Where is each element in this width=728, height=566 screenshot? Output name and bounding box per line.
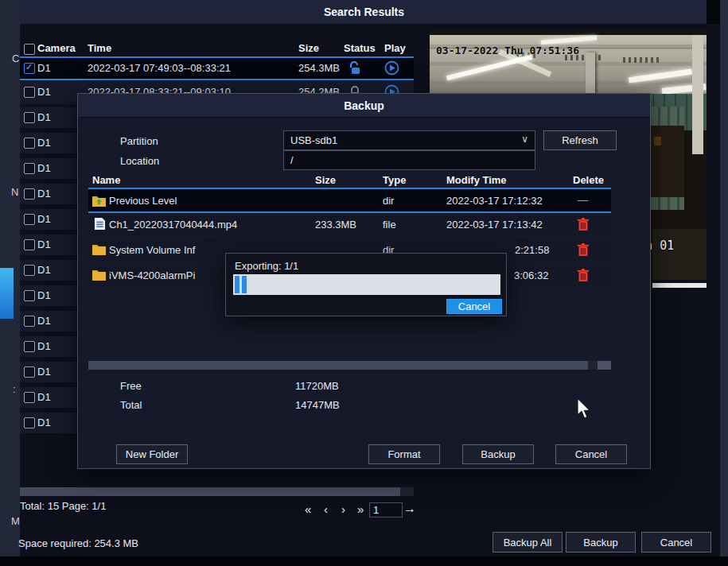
camera-id: D1 (37, 213, 51, 225)
camera-id: D1 (37, 264, 51, 276)
file-column-size: Size (315, 174, 336, 186)
cancel-button[interactable]: Cancel (641, 532, 711, 552)
camera-id: D1 (37, 391, 51, 403)
camera-id: D1 (37, 289, 51, 301)
format-button[interactable]: Format (368, 444, 440, 464)
camera-timestamp-overlay: 03-17-2022 Thu 07:51:36 (436, 45, 579, 56)
folder-icon (92, 269, 106, 281)
refresh-button[interactable]: Refresh (543, 130, 617, 150)
preview-beam (430, 62, 707, 66)
file-row[interactable]: Previous Level dir 2022-03-17 17:12:32 — (88, 190, 611, 213)
camera-id: D1 (37, 188, 51, 200)
file-list-hscrollbar-cap[interactable] (598, 361, 611, 370)
dialog-cancel-button[interactable]: Cancel (555, 444, 627, 464)
row-checkbox[interactable] (24, 316, 35, 327)
file-list-hscrollbar[interactable] (88, 361, 611, 370)
page-next-button[interactable]: › (341, 502, 345, 516)
row-checkbox[interactable] (24, 417, 35, 428)
mouse-cursor (576, 397, 592, 421)
page-number-input[interactable] (369, 502, 403, 518)
delete-trash-icon[interactable] (578, 218, 589, 231)
right-edge-strip (720, 0, 728, 566)
delete-trash-icon[interactable] (578, 269, 589, 281)
results-hscrollbar[interactable] (20, 487, 414, 496)
row-checkbox[interactable] (24, 163, 35, 174)
delete-trash-icon[interactable] (578, 243, 589, 256)
page-last-button[interactable]: » (357, 502, 364, 516)
select-all-checkbox[interactable] (24, 44, 35, 55)
file-name: Previous Level (109, 195, 177, 207)
row-checkbox[interactable] (24, 239, 35, 250)
row-checkbox[interactable] (24, 290, 35, 301)
preview-duct (692, 35, 703, 154)
backup-button[interactable]: Backup (566, 532, 636, 552)
file-column-modify: Modify Time (446, 174, 507, 186)
page-first-button[interactable]: « (305, 502, 311, 516)
row-checkbox[interactable] (24, 214, 35, 225)
results-hscrollbar-thumb[interactable] (20, 487, 400, 496)
camera-id: D1 (37, 238, 51, 250)
new-folder-button[interactable]: New Folder (116, 444, 188, 464)
partition-label: Partition (120, 135, 158, 147)
camera-id: D1 (37, 340, 51, 352)
location-input[interactable]: / (283, 150, 535, 170)
space-required-label: Space required: 254.3 MB (18, 537, 138, 549)
play-icon[interactable] (384, 60, 399, 76)
dialog-backup-button[interactable]: Backup (462, 444, 534, 464)
camera-id: D1 (37, 417, 51, 428)
file-row[interactable]: Ch1_20220317040444.mp4 233.3MB file 2022… (88, 213, 611, 235)
column-camera: Camera (37, 42, 76, 54)
strip-letter-fragment: C (12, 52, 19, 64)
row-checkbox[interactable] (24, 112, 35, 123)
strip-letter-fragment: : (13, 383, 16, 395)
page-prev-button[interactable]: ‹ (324, 502, 328, 516)
column-status: Status (344, 42, 376, 54)
file-column-name: Name (92, 174, 120, 186)
folder-icon (92, 243, 106, 255)
file-column-type: Type (383, 174, 406, 186)
chevron-down-icon: ∨ (521, 134, 528, 145)
window-title: Search Results (0, 6, 728, 18)
row-checkbox[interactable] (24, 366, 35, 378)
free-label: Free (120, 380, 142, 392)
file-size: 254.3MB (298, 62, 340, 74)
file-name: iVMS-4200alarmPi (109, 269, 195, 281)
exporting-dialog: Exporting: 1/1 Cancel (225, 253, 507, 316)
preview-shelf-item (654, 137, 661, 145)
total-value: 14747MB (295, 399, 340, 411)
row-checkbox[interactable] (24, 265, 35, 276)
row-checkbox[interactable] (24, 87, 35, 98)
left-strip-highlight (0, 268, 14, 319)
backup-dialog-title: Backup (78, 99, 650, 112)
row-checkbox[interactable] (24, 392, 35, 403)
delete-disabled-dash: — (578, 194, 588, 206)
app-root: Search Results C N : M Camera Time Size … (0, 0, 728, 566)
row-checkbox[interactable] (24, 138, 35, 149)
unlock-icon[interactable] (348, 61, 362, 76)
row-checkbox[interactable] (24, 341, 35, 352)
preview-timeline-bar[interactable] (652, 283, 707, 288)
export-progress-fill (235, 276, 248, 293)
camera-id: D1 (37, 62, 51, 74)
file-modify-time: 2022-03-17 17:12:32 (446, 195, 543, 207)
time-range: 2022-03-17 07:49:03--08:33:21 (88, 62, 231, 74)
strip-letter-fragment: M (11, 515, 20, 527)
file-list-hscrollbar-thumb[interactable] (88, 361, 588, 370)
backup-dialog-titlebar: Backup (78, 94, 650, 118)
camera-id: D1 (37, 111, 51, 123)
result-row[interactable]: D1 2022-03-17 07:49:03--08:33:21 254.3MB (20, 58, 414, 80)
free-value: 11720MB (295, 380, 339, 392)
row-checkbox[interactable] (24, 63, 35, 74)
preview-beam (430, 81, 707, 85)
export-cancel-button[interactable]: Cancel (446, 299, 502, 314)
row-checkbox[interactable] (24, 188, 35, 200)
partition-dropdown[interactable]: USB-sdb1 ∨ (283, 130, 535, 150)
column-play: Play (384, 42, 406, 54)
page-go-arrow[interactable]: → (403, 502, 416, 516)
column-size: Size (298, 42, 319, 54)
camera-id: D1 (37, 315, 51, 327)
backup-all-button[interactable]: Backup All (492, 532, 563, 552)
file-modify-time-fragment: 3:06:32 (514, 269, 548, 281)
file-header-underline (88, 188, 611, 189)
file-name: System Volume Inf (109, 244, 195, 256)
